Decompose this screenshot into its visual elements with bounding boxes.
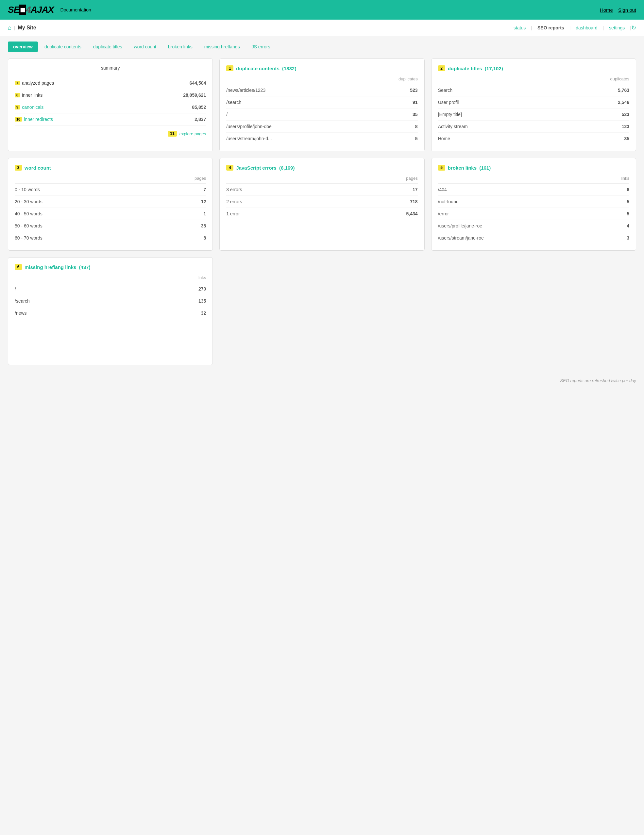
- header-nav: Home Sign out: [600, 7, 636, 13]
- summary-label-canonicals: 9 canonicals: [15, 105, 44, 110]
- dup-titles-title: duplicate titles (17,102): [448, 66, 503, 71]
- tab-duplicate-contents[interactable]: duplicate contents: [39, 42, 87, 52]
- sub-header: ⌂ | My Site status | SEO reports | dashb…: [0, 19, 644, 36]
- explore-link-container: 11 explore pages: [15, 131, 206, 136]
- tab-duplicate-titles[interactable]: duplicate titles: [88, 42, 127, 52]
- site-info: ⌂ | My Site: [8, 24, 36, 31]
- table-row: User profil 2,546: [438, 96, 629, 109]
- tab-overview[interactable]: overview: [8, 42, 38, 52]
- canonicals-link[interactable]: canonicals: [22, 105, 44, 110]
- value-inner-redirects: 2,837: [195, 117, 206, 122]
- missing-hreflang-table: links / 270 /search 135 /news 32: [15, 275, 206, 319]
- tab-missing-hreflangs[interactable]: missing hreflangs: [199, 42, 245, 52]
- tab-js-errors[interactable]: JS errors: [247, 42, 276, 52]
- top-grid: summary 7 analyzed pages 644,504 8 inner…: [8, 58, 636, 151]
- summary-row-analyzed: 7 analyzed pages 644,504: [15, 77, 206, 89]
- js-errors-badge: 4: [226, 165, 233, 171]
- table-row: /search 135: [15, 295, 206, 307]
- summary-label-analyzed: 7 analyzed pages: [15, 80, 54, 86]
- table-row: /users/profile/jane-roe 4: [438, 220, 629, 232]
- badge-11: 11: [168, 131, 177, 136]
- js-errors-table: pages 3 errors 17 2 errors 718 1 error 5…: [226, 176, 418, 219]
- js-errors-col-header: pages: [226, 176, 418, 184]
- word-count-badge: 3: [15, 165, 22, 171]
- word-count-header: 3 word count: [15, 165, 206, 171]
- explore-pages-link[interactable]: 11 explore pages: [168, 131, 206, 136]
- summary-header: summary: [15, 65, 206, 71]
- bottom-grid: 6 missing hreflang links (437) links / 2…: [8, 257, 636, 365]
- table-row: 3 errors 17: [226, 184, 418, 196]
- label-inner-links: inner links: [22, 93, 42, 98]
- broken-links-col-header: links: [438, 176, 629, 184]
- dup-contents-table: duplicates /news/articles/1223 523 /sear…: [226, 76, 418, 145]
- nav-settings[interactable]: settings: [604, 25, 630, 30]
- refresh-icon[interactable]: ↻: [631, 24, 636, 31]
- documentation-link[interactable]: Documentation: [60, 7, 91, 12]
- missing-hreflang-col-header: links: [15, 275, 206, 283]
- inner-redirects-link[interactable]: inner redirects: [24, 117, 53, 122]
- main-content: summary 7 analyzed pages 644,504 8 inner…: [0, 52, 644, 372]
- empty-col-3: [431, 257, 636, 365]
- nav-dashboard[interactable]: dashboard: [571, 25, 602, 30]
- dup-contents-badge: 1: [226, 65, 233, 71]
- sub-nav: status | SEO reports | dashboard | setti…: [508, 24, 636, 31]
- table-row: Home 35: [438, 133, 629, 145]
- missing-hreflang-title: missing hreflang links (437): [24, 265, 91, 270]
- broken-links-table: links /404 6 /not-found 5 /error 5 /user…: [438, 176, 629, 244]
- value-analyzed: 644,504: [190, 80, 206, 86]
- site-name: My Site: [18, 25, 36, 31]
- word-count-title: word count: [24, 165, 51, 171]
- table-row: Activity stream 123: [438, 120, 629, 133]
- badge-9: 9: [15, 105, 20, 109]
- js-errors-header: 4 JavaScript errors (6,169): [226, 165, 418, 171]
- nav-seo-reports[interactable]: SEO reports: [532, 25, 569, 30]
- label-analyzed: analyzed pages: [22, 80, 54, 86]
- table-row: / 35: [226, 109, 418, 120]
- duplicate-titles-card: 2 duplicate titles (17,102) duplicates S…: [431, 58, 636, 151]
- tab-broken-links[interactable]: broken links: [163, 42, 198, 52]
- table-row: Search 5,763: [438, 84, 629, 96]
- logo-text: SE■4AJAX: [8, 5, 54, 15]
- badge-10: 10: [15, 117, 22, 122]
- sign-out-link[interactable]: Sign out: [618, 7, 636, 13]
- pipe-divider: |: [14, 25, 15, 30]
- home-link[interactable]: Home: [600, 7, 613, 13]
- table-row: 0 - 10 words 7: [15, 184, 206, 196]
- dup-titles-table: duplicates Search 5,763 User profil 2,54…: [438, 76, 629, 145]
- header-left: SE■4AJAX Documentation: [8, 5, 91, 15]
- dup-contents-title: duplicate contents (1832): [236, 66, 296, 71]
- table-row: 20 - 30 words 12: [15, 196, 206, 208]
- summary-row-canonicals: 9 canonicals 85,852: [15, 101, 206, 114]
- word-count-col-header: pages: [15, 176, 206, 184]
- dup-titles-header: 2 duplicate titles (17,102): [438, 65, 629, 71]
- js-errors-card: 4 JavaScript errors (6,169) pages 3 erro…: [220, 158, 424, 251]
- middle-grid: 3 word count pages 0 - 10 words 7 20 - 3…: [8, 158, 636, 251]
- table-row: /users/stream/john-d... 5: [226, 133, 418, 145]
- summary-title: summary: [101, 65, 120, 71]
- duplicate-contents-card: 1 duplicate contents (1832) duplicates /…: [220, 58, 424, 151]
- summary-label-inner-redirects: 10 inner redirects: [15, 117, 53, 122]
- broken-links-card: 5 broken links (161) links /404 6 /not-f…: [431, 158, 636, 251]
- table-row: /news 32: [15, 307, 206, 319]
- explore-label: explore pages: [179, 132, 206, 136]
- dup-titles-col-header: duplicates: [438, 76, 629, 84]
- summary-row-inner-links: 8 inner links 28,059,621: [15, 89, 206, 101]
- empty-col-2: [220, 257, 424, 365]
- table-row: /search 91: [226, 96, 418, 109]
- summary-label-inner-links: 8 inner links: [15, 93, 42, 98]
- table-row: /users/profile/john-doe 8: [226, 120, 418, 133]
- table-row: /news/articles/1223 523: [226, 84, 418, 96]
- tab-word-count[interactable]: word count: [129, 42, 161, 52]
- table-row: 1 error 5,434: [226, 208, 418, 219]
- table-row: 2 errors 718: [226, 196, 418, 208]
- js-errors-title: JavaScript errors (6,169): [236, 165, 294, 171]
- nav-status[interactable]: status: [508, 25, 531, 30]
- summary-row-inner-redirects: 10 inner redirects 2,837: [15, 114, 206, 125]
- dup-titles-badge: 2: [438, 65, 445, 71]
- value-inner-links: 28,059,621: [183, 93, 206, 98]
- broken-links-badge: 5: [438, 165, 445, 171]
- value-canonicals: 85,852: [192, 105, 206, 110]
- dup-contents-col-header: duplicates: [226, 76, 418, 84]
- table-row: /users/stream/jane-roe 3: [438, 232, 629, 244]
- table-row: 60 - 70 words 8: [15, 232, 206, 244]
